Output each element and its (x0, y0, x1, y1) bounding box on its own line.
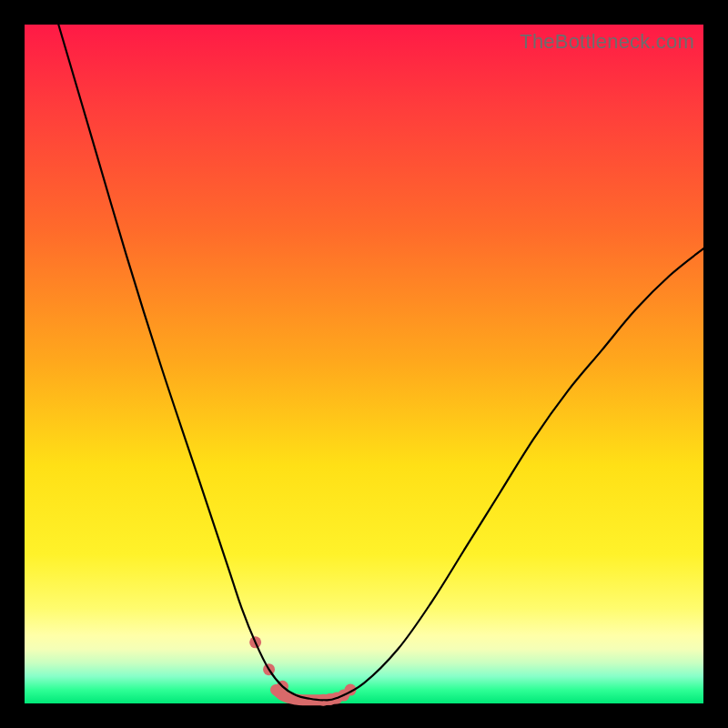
chart-svg (25, 25, 703, 703)
outer-frame: TheBottleneck.com (0, 0, 728, 728)
plot-area: TheBottleneck.com (25, 25, 703, 703)
bottleneck-curve (58, 25, 703, 700)
